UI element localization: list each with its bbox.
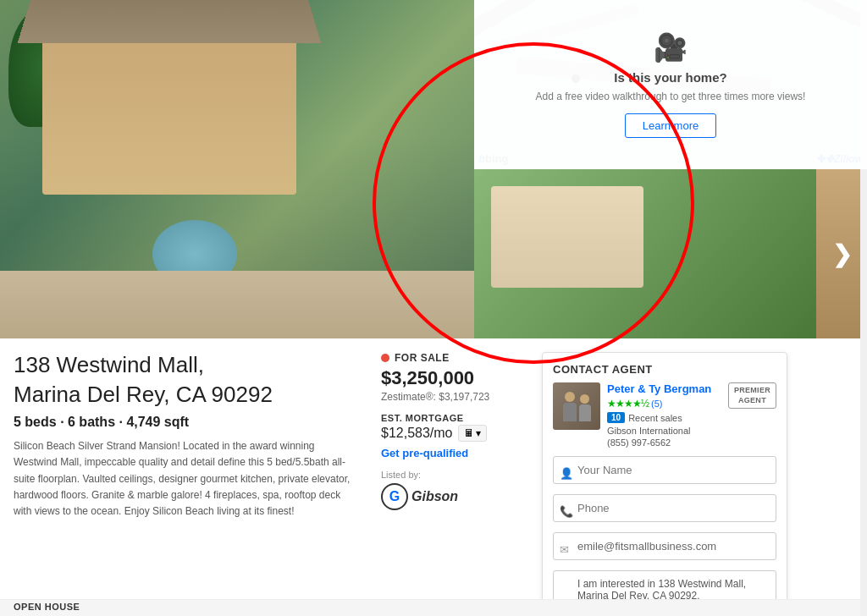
agent-details: Peter & Ty Bergman ★★★★½ (5) 10 Recent s… bbox=[607, 382, 721, 448]
agent-info-row: Peter & Ty Bergman ★★★★½ (5) 10 Recent s… bbox=[553, 382, 776, 448]
listed-by-label: Listed by: bbox=[381, 470, 533, 480]
sales-count-badge: 10 bbox=[607, 412, 625, 423]
video-icon: 🎥 bbox=[654, 31, 688, 63]
phone-icon: 📞 bbox=[560, 504, 573, 517]
zestimate: Zestimate®: $3,197,723 bbox=[381, 391, 533, 403]
email-input[interactable] bbox=[553, 532, 776, 560]
open-house-strip: OPEN HOUSE bbox=[0, 599, 867, 616]
premier-agent-badge: PREMIERAGENT bbox=[728, 382, 776, 409]
property-description: Silicon Beach Silver Strand Mansion! Loc… bbox=[14, 438, 359, 520]
name-input[interactable] bbox=[553, 456, 776, 484]
property-address-line1: 138 Westwind Mall, bbox=[14, 352, 359, 378]
email-icon: ✉ bbox=[560, 542, 569, 555]
contact-panel-title: CONTACT AGENT bbox=[553, 363, 776, 376]
listing-price: $3,250,000 bbox=[381, 367, 533, 389]
phone-input-wrapper: 📞 bbox=[553, 494, 776, 527]
next-arrow-icon: ❯ bbox=[832, 240, 852, 268]
gibson-g-icon: G bbox=[381, 483, 408, 510]
agent-figures bbox=[563, 392, 591, 421]
mortgage-calculator-button[interactable]: 🖩 ▾ bbox=[458, 425, 487, 442]
review-count: (5) bbox=[651, 399, 662, 409]
prequalified-link[interactable]: Get pre-qualified bbox=[381, 447, 533, 459]
property-info: 138 Westwind Mall, Marina Del Rey, CA 90… bbox=[0, 352, 373, 616]
mortgage-label: EST. MORTGAGE bbox=[381, 413, 533, 423]
main-property-image[interactable] bbox=[0, 0, 474, 338]
sales-label: Recent sales bbox=[628, 413, 682, 423]
name-input-wrapper: 👤 bbox=[553, 456, 776, 489]
email-input-wrapper: ✉ bbox=[553, 532, 776, 565]
mortgage-amount: $12,583/mo bbox=[381, 426, 453, 441]
agent-name[interactable]: Peter & Ty Bergman bbox=[607, 382, 721, 395]
video-popup-overlay: 🎥 Is this your home? Add a free video wa… bbox=[474, 0, 867, 169]
property-address-line2: Marina Del Rey, CA 90292 bbox=[14, 382, 359, 408]
recent-sales: 10 Recent sales bbox=[607, 412, 721, 423]
for-sale-dot bbox=[381, 354, 389, 362]
star-icons: ★★★★½ bbox=[607, 398, 649, 410]
person-icon: 👤 bbox=[560, 466, 573, 479]
property-specs: 5 beds · 6 baths · 4,749 sqft bbox=[14, 415, 359, 430]
exterior-thumbnail[interactable] bbox=[474, 169, 816, 338]
agent-phone[interactable]: (855) 997-6562 bbox=[607, 437, 721, 448]
for-sale-label: FOR SALE bbox=[395, 352, 450, 364]
learn-more-button[interactable]: Learn more bbox=[625, 113, 716, 138]
dropdown-icon: ▾ bbox=[476, 427, 481, 439]
bottom-thumbnails: ❯ bbox=[474, 169, 867, 338]
map-container[interactable]: bbing ✤✤Zillow 🎥 Is this your home? Add … bbox=[474, 0, 867, 169]
calculator-icon: 🖩 bbox=[464, 427, 474, 439]
next-photo-button[interactable]: ❯ bbox=[816, 169, 867, 338]
popup-title: Is this your home? bbox=[614, 70, 726, 85]
gibson-text: Gibson bbox=[411, 489, 458, 504]
gibson-logo: G Gibson bbox=[381, 483, 533, 510]
hero-thumbnails: bbing ✤✤Zillow 🎥 Is this your home? Add … bbox=[474, 0, 867, 338]
agent-rating: ★★★★½ (5) bbox=[607, 398, 721, 410]
contact-agent-panel: CONTACT AGENT Peter & Ty Bergman bbox=[542, 352, 787, 616]
listing-info: FOR SALE $3,250,000 Zestimate®: $3,197,7… bbox=[373, 352, 542, 616]
agent-company: Gibson International bbox=[607, 426, 721, 436]
hero-section: bbing ✤✤Zillow 🎥 Is this your home? Add … bbox=[0, 0, 867, 338]
bottom-section: 138 Westwind Mall, Marina Del Rey, CA 90… bbox=[0, 338, 867, 616]
agent-photo bbox=[553, 382, 600, 430]
phone-input[interactable] bbox=[553, 494, 776, 522]
popup-description: Add a free video walkthrough to get thre… bbox=[536, 90, 806, 104]
